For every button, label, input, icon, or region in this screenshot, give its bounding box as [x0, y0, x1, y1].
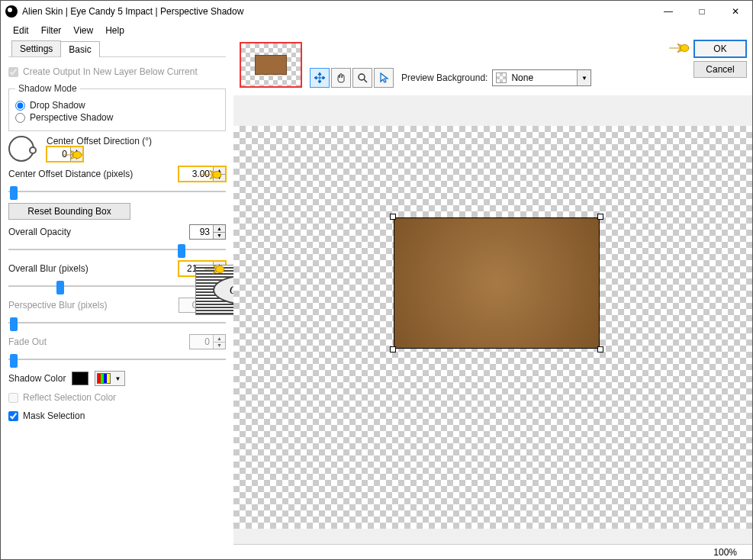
perspective-blur-block: Perspective Blur (pixels) ▲▼	[8, 298, 226, 330]
tabs: Settings Basic	[8, 39, 226, 57]
hand-tool-button[interactable]	[331, 68, 351, 88]
fade-out-field	[190, 335, 213, 349]
overall-blur-slider[interactable]	[8, 279, 226, 293]
center-offset-direction-row: Center Offset Direction (°) ▲▼	[8, 136, 226, 162]
canvas[interactable]	[233, 95, 752, 544]
perspective-blur-label: Perspective Blur (pixels)	[8, 300, 107, 311]
overall-opacity-field[interactable]	[190, 225, 213, 239]
radio-drop-shadow[interactable]	[15, 101, 25, 111]
settings-panel: Settings Basic Create Output In New Laye…	[1, 39, 233, 559]
menu-edit[interactable]: Edit	[7, 24, 35, 37]
chevron-down-icon[interactable]: ▼	[577, 70, 590, 85]
resize-handle[interactable]	[597, 346, 603, 352]
reflect-label: Reflect Selection Color	[23, 392, 116, 403]
palette-icon	[97, 373, 111, 384]
spin-down-icon: ▼	[214, 233, 225, 240]
tool-buttons	[310, 68, 394, 88]
close-button[interactable]: ✕	[719, 1, 752, 22]
fade-out-block: Fade Out ▲▼	[8, 334, 226, 366]
menu-help[interactable]: Help	[99, 24, 130, 37]
shadow-color-label: Shadow Color	[8, 373, 66, 384]
statusbar: 100%	[233, 544, 752, 559]
overall-opacity-block: Overall Opacity ▲▼	[8, 224, 226, 256]
fade-out-label: Fade Out	[8, 336, 47, 347]
center-offset-dir-field[interactable]	[47, 147, 70, 161]
cancel-button[interactable]: Cancel	[693, 61, 747, 78]
shadow-color-swatch[interactable]	[72, 372, 88, 385]
center-offset-dist-input[interactable]: ▲▼	[179, 166, 226, 182]
perspective-blur-slider	[8, 316, 226, 330]
preview-background-combo[interactable]: None ▼	[492, 69, 591, 86]
checker-swatch-icon	[496, 72, 507, 83]
resize-handle[interactable]	[597, 214, 603, 220]
window-buttons: ― □ ✕	[652, 1, 752, 22]
spin-down-icon: ▼	[214, 343, 225, 349]
resize-handle[interactable]	[390, 346, 396, 352]
svg-point-5	[359, 74, 365, 80]
body: Settings Basic Create Output In New Laye…	[1, 39, 752, 559]
shadow-color-row: Shadow Color ▼	[8, 371, 226, 386]
mask-label: Mask Selection	[23, 410, 85, 421]
hand-icon	[335, 72, 347, 84]
preview-background-label: Preview Background:	[401, 72, 488, 83]
shadow-mode-group: Shadow Mode Drop Shadow Perspective Shad…	[8, 83, 226, 131]
spin-down-icon: ▼	[214, 175, 225, 182]
direction-dial[interactable]	[8, 136, 34, 162]
tab-settings[interactable]: Settings	[11, 40, 61, 56]
row-mask-selection: Mask Selection	[8, 410, 226, 421]
move-tool-button[interactable]	[310, 68, 330, 88]
shadow-color-picker[interactable]: ▼	[95, 371, 125, 386]
spin-buttons[interactable]: ▲▼	[70, 147, 82, 161]
preview-toolbar: Preview Background: None ▼	[233, 39, 752, 95]
overall-opacity-input[interactable]: ▲▼	[189, 224, 226, 240]
fade-out-slider	[8, 352, 226, 366]
minimize-button[interactable]: ―	[652, 1, 685, 22]
spin-buttons: ▲▼	[213, 335, 225, 349]
overall-blur-label: Overall Blur (pixels)	[8, 263, 88, 274]
menu-filter[interactable]: Filter	[35, 24, 68, 37]
arrows-icon	[314, 72, 326, 84]
create-output-checkbox	[8, 67, 18, 77]
thumbnail-content	[255, 55, 287, 75]
reflect-checkbox	[8, 393, 18, 403]
dialog-buttons: OK Cancel	[693, 40, 747, 78]
center-offset-dir-label: Center Offset Direction (°)	[47, 136, 226, 146]
reset-bounding-box-button[interactable]: Reset Bounding Box	[8, 203, 130, 220]
spin-up-icon: ▲	[214, 225, 225, 233]
app-window: Alien Skin | Eye Candy 5 Impact | Perspe…	[0, 0, 753, 560]
create-output-label: Create Output In New Layer Below Current	[23, 66, 198, 77]
ok-button[interactable]: OK	[693, 40, 747, 58]
overall-blur-block: Overall Blur (pixels) ▲▼	[8, 261, 226, 293]
tab-basic[interactable]: Basic	[60, 41, 99, 57]
preview-background-value: None	[510, 72, 577, 83]
zoom-tool-button[interactable]	[352, 68, 372, 88]
spin-up-icon: ▲	[214, 167, 225, 175]
menubar: Edit Filter View Help	[1, 22, 752, 39]
titlebar: Alien Skin | Eye Candy 5 Impact | Perspe…	[1, 1, 752, 22]
mask-checkbox[interactable]	[8, 411, 18, 421]
resize-handle[interactable]	[390, 214, 396, 220]
center-offset-distance-block: Center Offset Distance (pixels) ▲▼	[8, 166, 226, 198]
spin-buttons[interactable]: ▲▼	[213, 225, 225, 239]
selection-rect[interactable]	[394, 217, 600, 349]
spin-up-icon: ▲	[214, 335, 225, 343]
magnifier-icon	[356, 72, 368, 84]
radio-perspective-shadow[interactable]	[15, 113, 25, 123]
center-offset-dir-input[interactable]: ▲▼	[47, 146, 83, 162]
overall-opacity-slider[interactable]	[8, 243, 226, 256]
row-reflect-selection: Reflect Selection Color	[8, 392, 226, 403]
spin-up-icon: ▲	[71, 147, 82, 155]
menu-view[interactable]: View	[67, 24, 99, 37]
center-offset-dist-field[interactable]	[179, 167, 213, 181]
pointer-tool-button[interactable]	[374, 68, 394, 88]
overall-opacity-label: Overall Opacity	[8, 227, 71, 237]
window-title: Alien Skin | Eye Candy 5 Impact | Perspe…	[22, 6, 652, 17]
spin-buttons[interactable]: ▲▼	[213, 167, 225, 181]
spin-down-icon: ▼	[71, 155, 82, 162]
maximize-button[interactable]: □	[685, 1, 719, 22]
fade-out-input: ▲▼	[189, 334, 226, 349]
center-offset-dist-slider[interactable]	[8, 185, 226, 198]
center-offset-dist-label: Center Offset Distance (pixels)	[8, 169, 133, 179]
preview-thumbnail[interactable]	[240, 42, 302, 88]
chevron-down-icon: ▼	[112, 375, 123, 382]
